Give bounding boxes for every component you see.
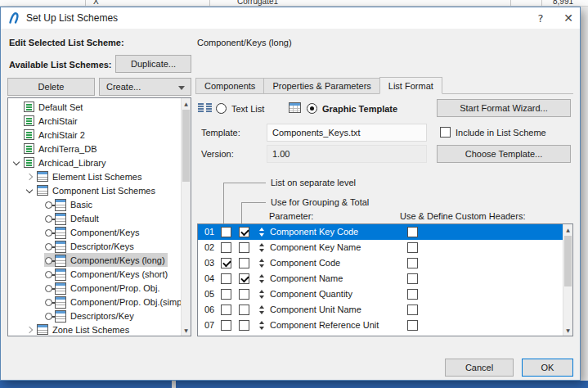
parameter-row-07[interactable]: 07 Component Reference Unit bbox=[198, 318, 563, 333]
separate-level-checkbox[interactable] bbox=[221, 258, 231, 268]
reorder-spinner-icon[interactable] bbox=[258, 289, 266, 300]
custom-header-checkbox[interactable] bbox=[407, 289, 418, 300]
text-list-label: Text List bbox=[231, 104, 264, 115]
close-button[interactable]: ✕ bbox=[555, 7, 581, 29]
tab-properties-parameters[interactable]: Properties & Parameters bbox=[263, 78, 379, 93]
tree-scrollbar[interactable]: ▲ ▼ bbox=[181, 98, 191, 336]
expander-down-icon[interactable] bbox=[11, 157, 23, 169]
cancel-button[interactable]: Cancel bbox=[445, 359, 514, 377]
tab-list-format[interactable]: List Format bbox=[379, 77, 442, 94]
tree-item-component-keys-long[interactable]: Component/Keys (long) bbox=[8, 253, 191, 267]
scroll-up-icon[interactable]: ▲ bbox=[563, 224, 572, 235]
tree-item-component-keys[interactable]: Component/Keys bbox=[8, 225, 191, 239]
tab-components[interactable]: Components bbox=[195, 78, 264, 93]
separate-level-checkbox[interactable] bbox=[221, 273, 231, 284]
tree-item-archistair-2[interactable]: ArchiStair 2 bbox=[8, 128, 191, 142]
custom-header-checkbox[interactable] bbox=[407, 258, 418, 268]
table-scrollbar-thumb[interactable] bbox=[564, 236, 572, 286]
grouping-checkbox[interactable] bbox=[239, 305, 249, 315]
grouping-checkbox[interactable] bbox=[239, 289, 249, 300]
tree-item-descriptors-key[interactable]: Descriptors/Key bbox=[8, 309, 191, 323]
tree-item-zone-list-schemes[interactable]: Zone List Schemes bbox=[8, 323, 191, 336]
tree-item-archicad-library[interactable]: Archicad_Library bbox=[8, 156, 191, 169]
grouping-column-label: Use for Grouping & Total bbox=[271, 197, 369, 208]
key-table-icon bbox=[45, 282, 66, 293]
reorder-spinner-icon[interactable] bbox=[258, 305, 266, 315]
expander-icon bbox=[33, 255, 44, 266]
tree-item-descriptor-keys[interactable]: Descriptor/Keys bbox=[8, 239, 191, 253]
grouping-checkbox[interactable] bbox=[239, 258, 249, 268]
separate-level-checkbox[interactable] bbox=[221, 305, 231, 315]
custom-header-checkbox[interactable] bbox=[407, 227, 418, 237]
template-label: Template: bbox=[201, 128, 240, 138]
parameter-row-02[interactable]: 02 Component Key Name bbox=[198, 240, 563, 255]
help-button[interactable]: ? bbox=[527, 7, 554, 29]
scroll-up-icon[interactable]: ▲ bbox=[182, 98, 191, 109]
archicad-logo-icon bbox=[8, 11, 21, 25]
parameter-row-04[interactable]: 04 Component Name bbox=[198, 271, 563, 286]
reorder-spinner-icon[interactable] bbox=[258, 227, 266, 237]
tree-item-archistair[interactable]: ArchiStair bbox=[8, 114, 191, 128]
parameter-row-01[interactable]: 01 Component Key Code bbox=[198, 224, 563, 240]
text-list-radio[interactable] bbox=[216, 103, 227, 114]
ok-button[interactable]: OK bbox=[522, 359, 573, 377]
scroll-down-icon[interactable]: ▼ bbox=[182, 325, 191, 336]
graphic-template-icon bbox=[289, 102, 301, 113]
separate-level-checkbox[interactable] bbox=[221, 289, 231, 300]
reorder-spinner-icon[interactable] bbox=[258, 258, 266, 268]
start-format-wizard-button[interactable]: Start Format Wizard... bbox=[437, 99, 571, 117]
tree-item-component-prop-obj-simple[interactable]: Component/Prop. Obj.(simple) bbox=[8, 295, 191, 309]
custom-header-checkbox[interactable] bbox=[407, 242, 418, 253]
version-value-field: 1.00 bbox=[267, 145, 427, 163]
parameter-name: Component Reference Unit bbox=[270, 320, 379, 330]
tree-item-component-prop-obj[interactable]: Component/Prop. Obj. bbox=[8, 281, 191, 295]
parameter-row-06[interactable]: 06 Component Unit Name bbox=[198, 302, 563, 318]
separate-level-checkbox[interactable] bbox=[221, 227, 231, 237]
grouping-checkbox[interactable] bbox=[239, 273, 249, 284]
reorder-spinner-icon[interactable] bbox=[258, 273, 266, 284]
connector-line bbox=[241, 202, 266, 203]
tree-item-basic[interactable]: Basic bbox=[8, 197, 191, 211]
choose-template-button[interactable]: Choose Template... bbox=[437, 145, 571, 163]
tree-item-element-list-schemes[interactable]: Element List Schemes bbox=[8, 169, 191, 183]
custom-header-checkbox[interactable] bbox=[407, 320, 418, 331]
connector-line bbox=[223, 183, 266, 183]
duplicate-button[interactable]: Duplicate... bbox=[115, 55, 191, 73]
tree-item-architerra-db[interactable]: ArchiTerra_DB bbox=[8, 142, 191, 156]
tree-item-label: Component List Schemes bbox=[52, 186, 155, 196]
grouping-checkbox[interactable] bbox=[239, 227, 249, 237]
create-dropdown[interactable]: Create... bbox=[99, 78, 191, 96]
tree-item-component-keys-short[interactable]: Component/Keys (short) bbox=[8, 267, 191, 281]
grouping-checkbox[interactable] bbox=[239, 242, 249, 253]
version-value: 1.00 bbox=[272, 149, 290, 159]
separate-level-checkbox[interactable] bbox=[221, 320, 231, 331]
separate-level-checkbox[interactable] bbox=[221, 242, 231, 253]
reorder-spinner-icon[interactable] bbox=[258, 242, 266, 253]
tree-scrollbar-thumb[interactable] bbox=[182, 110, 190, 182]
grouping-checkbox[interactable] bbox=[239, 320, 249, 331]
parameter-row-05[interactable]: 05 Component Quantity bbox=[198, 286, 563, 302]
graphic-template-radio[interactable] bbox=[307, 103, 317, 114]
expander-right-icon[interactable] bbox=[25, 171, 36, 183]
reorder-spinner-icon[interactable] bbox=[258, 320, 266, 331]
parameter-row-03[interactable]: 03 Component Code bbox=[198, 255, 563, 271]
delete-button[interactable]: Delete bbox=[7, 78, 95, 96]
custom-header-checkbox[interactable] bbox=[407, 305, 418, 315]
separate-level-column-label: List on separate level bbox=[271, 178, 356, 188]
table-gridline bbox=[510, 0, 511, 7]
expander-icon bbox=[33, 227, 44, 238]
dialog-titlebar[interactable]: Set Up List Schemes ? ✕ bbox=[1, 7, 580, 29]
tree-item-label: ArchiStair 2 bbox=[38, 130, 85, 140]
list-scheme-set-icon bbox=[24, 143, 34, 154]
key-table-icon bbox=[45, 268, 66, 279]
expander-down-icon[interactable] bbox=[25, 185, 36, 196]
tree-item-component-list-schemes[interactable]: Component List Schemes bbox=[8, 183, 191, 197]
tree-item-default[interactable]: Default bbox=[8, 211, 191, 225]
tree-item-label: ArchiStair bbox=[38, 116, 78, 126]
table-scrollbar[interactable]: ▲ ▼ bbox=[563, 224, 572, 336]
custom-header-checkbox[interactable] bbox=[407, 273, 418, 284]
scroll-down-icon[interactable]: ▼ bbox=[563, 325, 572, 336]
expander-right-icon[interactable] bbox=[25, 324, 36, 336]
include-in-list-scheme-checkbox[interactable] bbox=[440, 127, 451, 138]
tree-item-default-set[interactable]: Default Set bbox=[8, 100, 191, 114]
